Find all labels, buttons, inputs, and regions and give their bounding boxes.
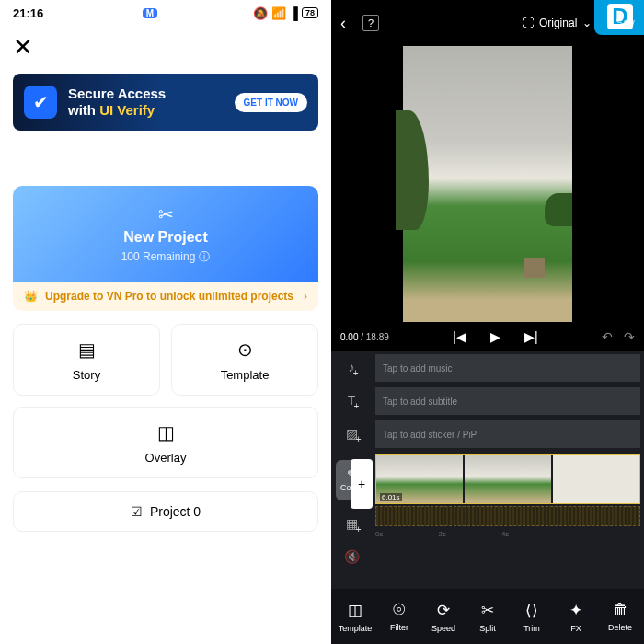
tool-fx[interactable]: ✦FX — [556, 601, 596, 633]
upgrade-strip[interactable]: 👑 Upgrade to VN Pro to unlock unlimited … — [13, 282, 318, 311]
project-check-icon: ☑ — [131, 504, 143, 519]
data-icon: ▐ — [290, 6, 298, 20]
close-button[interactable]: ✕ — [13, 35, 33, 59]
video-preview[interactable] — [331, 46, 644, 322]
tool-template[interactable]: ◫Template — [335, 601, 375, 633]
dnd-icon: 🔕 — [253, 6, 268, 20]
sticker-track-icon[interactable]: ▨ — [346, 426, 358, 441]
aspect-label: Original — [539, 17, 577, 29]
mute-icon[interactable]: 🔇 — [344, 549, 360, 564]
split-tool-icon: ✂ — [481, 601, 494, 620]
redo-button[interactable]: ↷ — [624, 329, 635, 344]
status-bar: 21:16 M 🔕 📶 ▐ 78 — [0, 0, 331, 26]
home-screen: 21:16 M 🔕 📶 ▐ 78 ✕ ✔ Secure Access with … — [0, 0, 331, 644]
new-project-subtitle: 100 Remaining ⓘ — [121, 249, 211, 265]
help-icon[interactable]: ? — [362, 15, 379, 31]
ad-title-line2-accent: UI Verify — [99, 102, 155, 118]
ad-banner[interactable]: ✔ Secure Access with UI Verify GET IT NO… — [13, 74, 318, 131]
video-clip[interactable]: + 6.01s — [375, 454, 640, 504]
wifi-icon: 📶 — [271, 6, 286, 20]
message-badge-icon: M — [143, 8, 157, 18]
speed-tool-icon: ⟳ — [437, 601, 450, 620]
overlay-label: Overlay — [145, 451, 187, 465]
save-button[interactable]: Sav — [615, 17, 635, 29]
playback-bar: 0.00 / 18.89 |◀ ▶ ▶| ↶ ↷ — [331, 322, 644, 351]
ruler-tick: 4s — [501, 530, 509, 538]
template-label: Template — [221, 368, 270, 382]
aspect-ratio-dropdown[interactable]: ⛶ Original ⌄ — [523, 17, 592, 29]
tool-trim[interactable]: ⟨⟩Trim — [512, 601, 552, 633]
scissors-icon: ✂ — [158, 203, 174, 225]
upgrade-text: Upgrade to VN Pro to unlock unlimited pr… — [45, 290, 293, 303]
project-row[interactable]: ☑ Project 0 — [13, 491, 318, 532]
trim-tool-icon: ⟨⟩ — [525, 601, 538, 620]
shield-check-icon: ✔ — [24, 86, 57, 119]
ad-title-line2-pre: with — [68, 102, 99, 118]
ad-cta-button[interactable]: GET IT NOW — [235, 93, 307, 112]
status-icons: 🔕 📶 ▐ 78 — [253, 6, 318, 20]
video-track-icon[interactable]: ▦ — [346, 516, 358, 531]
clip-duration: 6.01s — [380, 493, 402, 501]
crown-icon: 👑 — [24, 290, 38, 303]
time-current: 0.00 — [340, 332, 358, 342]
track-body: Tap to add music Tap to add subtitle Tap… — [372, 351, 644, 589]
template-tool-icon: ◫ — [348, 601, 362, 620]
sticker-hint[interactable]: Tap to add sticker / PiP — [375, 420, 640, 448]
chevron-right-icon: › — [304, 290, 307, 303]
time-ruler: 0s 2s 4s — [372, 526, 644, 541]
info-icon: ⓘ — [199, 249, 210, 265]
expand-icon: ⛶ — [523, 17, 534, 29]
tool-filter[interactable]: ⦾Filter — [379, 601, 420, 632]
fx-tool-icon: ✦ — [569, 601, 582, 620]
ad-title-line1: Secure Access — [68, 86, 235, 102]
story-label: Story — [73, 368, 100, 382]
template-tile[interactable]: ⊙ Template — [171, 324, 318, 396]
add-clip-button[interactable]: + — [351, 459, 373, 509]
tool-split[interactable]: ✂Split — [467, 601, 508, 633]
story-tile[interactable]: ▤ Story — [13, 324, 160, 396]
overlay-icon: ◫ — [157, 421, 175, 443]
music-track-icon[interactable]: ♪ — [349, 360, 355, 374]
ruler-tick: 0s — [375, 530, 383, 538]
new-project-card[interactable]: ✂ New Project 100 Remaining ⓘ — [13, 186, 318, 282]
tool-speed[interactable]: ⟳Speed — [423, 601, 464, 633]
story-icon: ▤ — [78, 339, 96, 361]
time-total: 18.89 — [366, 332, 389, 342]
timeline: ♪ T ▨ ✎ Cover ▦ 🔇 Tap to add music Tap t… — [331, 351, 644, 589]
filter-tool-icon: ⦾ — [393, 601, 406, 619]
chevron-down-icon: ⌄ — [582, 17, 592, 29]
tool-delete[interactable]: 🗑Delete — [600, 601, 640, 632]
audio-waveform[interactable] — [375, 506, 640, 526]
project-label: Project 0 — [150, 504, 201, 519]
back-button[interactable]: ‹ — [340, 14, 346, 33]
subtitle-hint[interactable]: Tap to add subtitle — [375, 387, 640, 415]
toolbar: ◫Template ⦾Filter ⟳Speed ✂Split ⟨⟩Trim ✦… — [331, 589, 644, 644]
delete-tool-icon: 🗑 — [613, 601, 628, 619]
music-hint[interactable]: Tap to add music — [375, 354, 640, 382]
prev-button[interactable]: |◀ — [453, 329, 466, 344]
next-button[interactable]: ▶| — [524, 329, 538, 344]
ruler-tick: 2s — [438, 530, 445, 538]
template-icon: ⊙ — [237, 339, 253, 361]
new-project-title: New Project — [123, 229, 208, 246]
overlay-tile[interactable]: ◫ Overlay — [13, 407, 318, 478]
preview-frame — [403, 46, 572, 322]
undo-button[interactable]: ↶ — [602, 329, 613, 344]
subtitle-track-icon[interactable]: T — [348, 393, 356, 408]
battery-icon: 78 — [302, 7, 318, 18]
play-button[interactable]: ▶ — [490, 329, 500, 344]
status-time: 21:16 — [13, 6, 43, 20]
editor-screen: D ‹ ? ⛶ Original ⌄ Sav 0.00 / 18.89 |◀ ▶… — [331, 0, 644, 644]
